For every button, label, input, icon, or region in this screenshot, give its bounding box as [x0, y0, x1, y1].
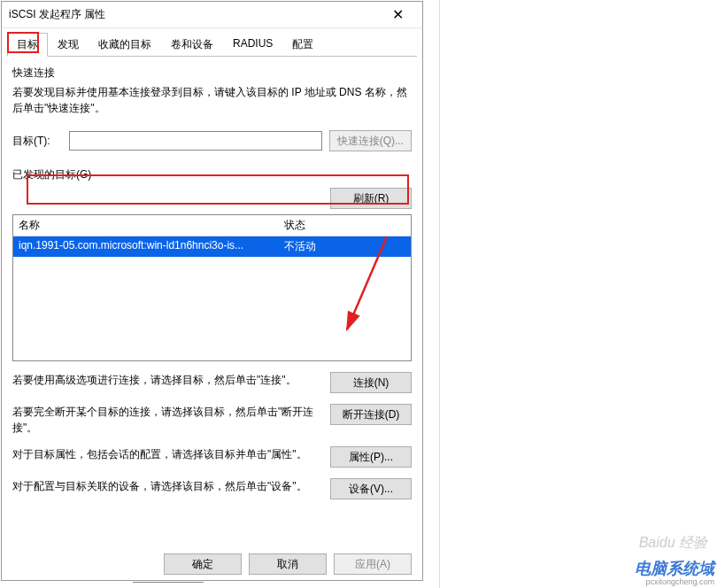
window-title: iSCSI 发起程序 属性 [9, 7, 380, 22]
target-input[interactable] [69, 131, 322, 151]
action-properties-row: 对于目标属性，包括会话的配置，请选择该目标并单击"属性"。 属性(P)... [12, 446, 412, 468]
watermark-site: 电脑系统域 [635, 558, 714, 579]
list-item-name: iqn.1991-05.com.microsoft:win-ld1n6hnci3… [13, 236, 279, 257]
apply-button: 应用(A) [334, 553, 412, 575]
watermark-url: pcxitongcheng.com [645, 577, 714, 586]
close-icon: ✕ [392, 6, 404, 23]
list-header: 名称 状态 [13, 215, 411, 236]
quick-connect-desc: 若要发现目标并使用基本连接登录到目标，请键入该目标的 IP 地址或 DNS 名称… [12, 84, 412, 116]
tab-content: 快速连接 若要发现目标并使用基本连接登录到目标，请键入该目标的 IP 地址或 D… [2, 57, 422, 508]
dialog-footer: 确定 取消 应用(A) [164, 553, 412, 575]
action-devices-text: 对于配置与目标关联的设备，请选择该目标，然后单击"设备"。 [12, 478, 320, 494]
col-header-name[interactable]: 名称 [13, 215, 279, 236]
close-button[interactable]: ✕ [380, 3, 415, 27]
discovered-title: 已发现的目标(G) [12, 167, 412, 182]
connect-button[interactable]: 连接(N) [330, 372, 412, 393]
iscsi-properties-dialog: iSCSI 发起程序 属性 ✕ 目标 发现 收藏的目标 卷和设备 RADIUS … [1, 1, 423, 581]
list-item-status: 不活动 [279, 236, 411, 257]
tab-discovery[interactable]: 发现 [48, 33, 89, 57]
action-disconnect-text: 若要完全断开某个目标的连接，请选择该目标，然后单击"断开连接"。 [12, 404, 320, 436]
action-properties-text: 对于目标属性，包括会话的配置，请选择该目标并单击"属性"。 [12, 446, 320, 462]
tab-volumes[interactable]: 卷和设备 [161, 33, 223, 57]
tab-strip: 目标 发现 收藏的目标 卷和设备 RADIUS 配置 [7, 32, 417, 57]
tab-favorites[interactable]: 收藏的目标 [89, 33, 161, 57]
action-devices-row: 对于配置与目标关联的设备，请选择该目标，然后单击"设备"。 设备(V)... [12, 478, 412, 499]
watermark-baidu: Baidu 经验 [639, 534, 707, 553]
action-connect-text: 若要使用高级选项进行连接，请选择目标，然后单击"连接"。 [12, 372, 320, 388]
action-disconnect-row: 若要完全断开某个目标的连接，请选择该目标，然后单击"断开连接"。 断开连接(D) [12, 404, 412, 436]
decorative-line [133, 582, 204, 583]
devices-button[interactable]: 设备(V)... [330, 478, 412, 499]
decorative-divider [439, 0, 440, 588]
target-row: 目标(T): 快速连接(Q)... [12, 130, 412, 151]
target-label: 目标(T): [12, 134, 62, 149]
quick-connect-title: 快速连接 [12, 66, 412, 81]
refresh-button[interactable]: 刷新(R) [330, 188, 412, 209]
tab-config[interactable]: 配置 [282, 33, 323, 57]
disconnect-button[interactable]: 断开连接(D) [330, 404, 412, 425]
titlebar: iSCSI 发起程序 属性 ✕ [2, 2, 422, 28]
quick-connect-button: 快速连接(Q)... [329, 130, 412, 151]
discovered-list[interactable]: 名称 状态 iqn.1991-05.com.microsoft:win-ld1n… [12, 214, 412, 361]
ok-button[interactable]: 确定 [164, 553, 242, 575]
list-item[interactable]: iqn.1991-05.com.microsoft:win-ld1n6hnci3… [13, 236, 411, 257]
tab-target[interactable]: 目标 [7, 33, 48, 57]
properties-button[interactable]: 属性(P)... [330, 446, 412, 468]
action-connect-row: 若要使用高级选项进行连接，请选择目标，然后单击"连接"。 连接(N) [12, 372, 412, 393]
col-header-status[interactable]: 状态 [279, 215, 411, 236]
cancel-button[interactable]: 取消 [249, 553, 327, 575]
tab-radius[interactable]: RADIUS [223, 33, 282, 57]
